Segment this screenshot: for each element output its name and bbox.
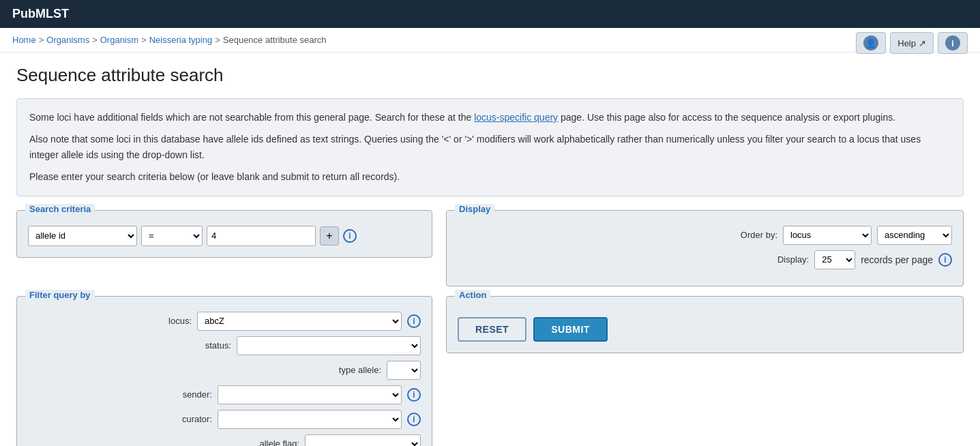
help-label: Help — [897, 38, 916, 48]
curator-label: curator: — [151, 414, 212, 424]
action-container: Action RESET SUBMIT — [446, 296, 964, 353]
type-allele-label: type allele: — [320, 365, 381, 375]
criteria-info-icon[interactable]: i — [343, 229, 357, 243]
action-legend: Action — [455, 290, 490, 300]
filter-container: Filter query by locus: abcZ adk aroE fum… — [16, 296, 432, 446]
allele-flag-label: allele flag: — [238, 438, 299, 446]
search-criteria-container: Search criteria allele id sequence locus… — [16, 210, 432, 258]
action-section: Action RESET SUBMIT — [446, 296, 964, 446]
search-criteria-section: Search criteria allele id sequence locus… — [16, 210, 432, 286]
bottom-section: Filter query by locus: abcZ adk aroE fum… — [16, 296, 964, 446]
records-per-page-row: Display: 10 25 50 100 200 records per pa… — [458, 250, 952, 269]
criteria-operator-select[interactable]: = contains starts with ends with > < not — [141, 226, 203, 246]
user-icon: 👤 — [863, 35, 878, 50]
status-label: status: — [170, 340, 231, 351]
info-box: Some loci have additional fields which a… — [16, 98, 964, 196]
sender-info-icon[interactable]: i — [407, 388, 421, 402]
locus-specific-link[interactable]: locus-specific query — [474, 112, 558, 123]
display-inner: Order by: locus allele id date entered d… — [458, 220, 952, 269]
filter-inner: locus: abcZ adk aroE fumC gdh pdhC pgm i — [28, 306, 421, 446]
locus-row: locus: abcZ adk aroE fumC gdh pdhC pgm i — [28, 312, 421, 331]
criteria-field-select[interactable]: allele id sequence locus sender curator … — [28, 226, 137, 246]
display-label: Display: — [777, 254, 809, 265]
breadcrumb: Home > Organisms > Organism > Neisseria … — [0, 28, 980, 53]
user-button[interactable]: 👤 — [856, 32, 886, 54]
records-per-page-select[interactable]: 10 25 50 100 200 — [814, 250, 855, 269]
action-buttons: RESET SUBMIT — [458, 317, 952, 342]
sender-label: sender: — [151, 389, 212, 400]
submit-button[interactable]: SUBMIT — [533, 317, 608, 342]
curator-info-icon[interactable]: i — [407, 413, 421, 426]
order-by-label: Order by: — [741, 230, 777, 240]
filter-legend: Filter query by — [25, 290, 95, 300]
breadcrumb-sep-1: > — [39, 35, 44, 45]
order-by-select[interactable]: locus allele id date entered datestamp s… — [783, 226, 872, 245]
records-per-page-suffix: records per page — [861, 254, 933, 265]
breadcrumb-current: Sequence attribute search — [223, 35, 327, 45]
display-legend: Display — [455, 204, 494, 214]
order-by-row: Order by: locus allele id date entered d… — [458, 226, 952, 245]
type-allele-select[interactable]: yes no — [387, 361, 421, 380]
main-content: Sequence attribute search Some loci have… — [0, 53, 980, 446]
display-info-icon[interactable]: i — [938, 253, 952, 267]
allele-flag-select[interactable] — [305, 434, 421, 446]
help-button[interactable]: Help ↗ — [890, 32, 934, 54]
type-allele-row: type allele: yes no — [28, 361, 421, 380]
display-section: Display Order by: locus allele id date e… — [446, 210, 964, 286]
help-external-icon: ↗ — [919, 38, 926, 48]
app-title: PubMLST — [12, 7, 69, 21]
info-p2: Also note that some loci in this databas… — [29, 132, 951, 162]
breadcrumb-sep-4: > — [215, 35, 220, 45]
sender-select[interactable] — [218, 385, 402, 404]
breadcrumb-organism[interactable]: Organism — [100, 35, 138, 45]
info-button[interactable]: i — [938, 32, 968, 54]
filter-section: Filter query by locus: abcZ adk aroE fum… — [16, 296, 432, 446]
criteria-row: allele id sequence locus sender curator … — [28, 220, 421, 246]
locus-info-icon[interactable]: i — [407, 314, 421, 328]
breadcrumb-home[interactable]: Home — [12, 35, 36, 45]
add-criteria-button[interactable]: + — [320, 226, 339, 246]
search-criteria-legend: Search criteria — [25, 204, 95, 214]
status-select[interactable]: public private provisional flagged — [237, 336, 421, 355]
order-dir-select[interactable]: ascending descending — [877, 226, 952, 245]
top-section: Search criteria allele id sequence locus… — [16, 210, 964, 286]
curator-row: curator: i — [28, 410, 421, 429]
locus-select[interactable]: abcZ adk aroE fumC gdh pdhC pgm — [197, 312, 402, 331]
page-title: Sequence attribute search — [16, 65, 964, 86]
breadcrumb-sep-2: > — [92, 35, 98, 45]
display-container: Display Order by: locus allele id date e… — [446, 210, 964, 286]
sender-row: sender: i — [28, 385, 421, 404]
status-row: status: public private provisional flagg… — [28, 336, 421, 355]
locus-label: locus: — [130, 316, 192, 326]
breadcrumb-organisms[interactable]: Organisms — [46, 35, 89, 45]
app-topbar: PubMLST — [0, 0, 980, 28]
info-p1: Some loci have additional fields which a… — [29, 110, 951, 125]
reset-button[interactable]: RESET — [458, 317, 526, 342]
action-inner: RESET SUBMIT — [458, 306, 952, 342]
criteria-value-input[interactable] — [207, 226, 316, 246]
breadcrumb-sep-3: > — [141, 35, 147, 45]
curator-select[interactable] — [218, 410, 402, 429]
allele-flag-row: allele flag: — [28, 434, 421, 446]
breadcrumb-neisseria[interactable]: Neisseria typing — [149, 35, 213, 45]
info-icon: i — [945, 35, 960, 50]
info-p3: Please enter your search criteria below … — [29, 169, 951, 184]
